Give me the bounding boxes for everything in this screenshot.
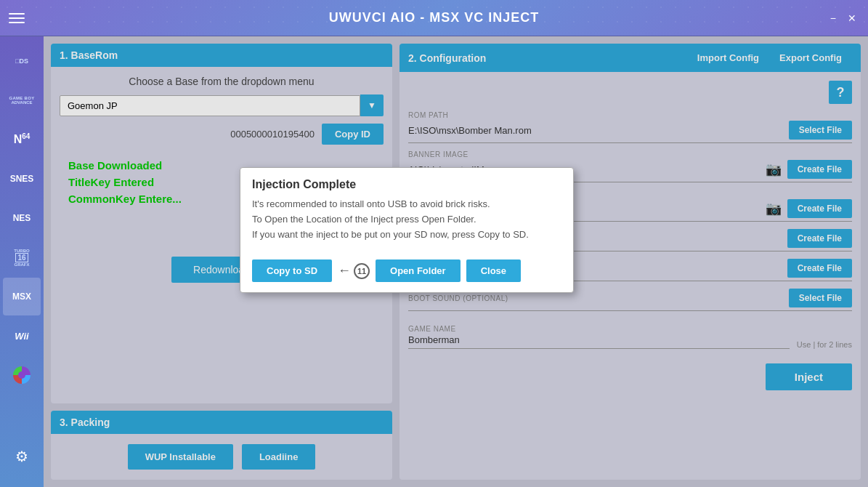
sidebar-item-wii[interactable]: Wii [3, 317, 41, 355]
banner-create-file-button[interactable]: Create File [787, 160, 852, 179]
ds-logo: □DS [15, 58, 28, 65]
sidebar-item-gc[interactable] [3, 356, 41, 394]
game-name-left: GAME NAME [408, 321, 790, 349]
base-dropdown-row: Goemon JP ▼ [60, 94, 384, 116]
sidebar-item-msx[interactable]: MSX [3, 278, 41, 315]
close-button[interactable]: ✕ [845, 11, 859, 25]
export-config-button[interactable]: Export Config [769, 49, 852, 66]
rom-path-label: ROM PATH [408, 111, 852, 119]
app-title: UWUVCI AIO - MSX VC INJECT [329, 10, 539, 25]
loadiine-button[interactable]: Loadiine [242, 444, 315, 470]
modal-line-2: To Open the Location of the Inject press… [252, 212, 561, 228]
content-area: 1. BaseRom Choose a Base from the dropdo… [44, 36, 868, 487]
game-name-row [408, 334, 790, 349]
base-rom-title: 1. BaseRom [60, 49, 118, 61]
hamburger-line-2 [9, 17, 25, 19]
common-key-status: CommonKey Entere... [68, 193, 182, 205]
base-dropdown[interactable]: Goemon JP [60, 95, 360, 116]
sidebar-item-gba[interactable]: GAME BOY ADVANCE [3, 81, 41, 119]
rom-path-row: Select File [408, 121, 852, 143]
id-row: 0005000010195400 Copy ID [60, 124, 384, 145]
rom-path-input[interactable] [408, 125, 783, 136]
sidebar-item-snes[interactable]: SNES [3, 160, 41, 198]
sidebar-item-tg16[interactable]: TURBO 16 GRAFX [3, 238, 41, 276]
game-name-section: GAME NAME Use | for 2 lines [408, 321, 852, 349]
hamburger-line-1 [9, 13, 25, 15]
msx-label: MSX [12, 291, 31, 302]
icon-create-file-button[interactable]: Create File [787, 199, 852, 218]
config-header-buttons: Import Config Export Config [687, 49, 852, 66]
main-layout: □DS GAME BOY ADVANCE N64 SNES NES TURBO … [0, 36, 868, 487]
arrow-left-icon: ← [338, 263, 351, 278]
packing-buttons: WUP Installable Loadiine [51, 434, 392, 480]
rom-path-group: ROM PATH Select File [408, 111, 852, 143]
boot-sound-select-button[interactable]: Select File [789, 289, 852, 307]
gamepad-create-file-button[interactable]: Create File [787, 229, 852, 248]
arrow-annotation: ← 11 [338, 263, 370, 279]
wup-installable-button[interactable]: WUP Installable [128, 444, 233, 470]
logo-create-file-button[interactable]: Create File [787, 259, 852, 278]
gear-icon: ⚙ [15, 448, 28, 465]
modal-footer: Copy to SD ← 11 Open Folder Close [240, 252, 573, 292]
id-value: 0005000010195400 [230, 129, 315, 140]
sidebar-item-ds[interactable]: □DS [3, 42, 41, 80]
nes-label: NES [13, 213, 31, 223]
select-file-button[interactable]: Select File [789, 121, 852, 140]
dropdown-arrow-btn[interactable]: ▼ [360, 94, 384, 116]
inject-button[interactable]: Inject [766, 363, 852, 390]
open-folder-button[interactable]: Open Folder [376, 259, 461, 282]
banner-camera-icon[interactable]: 📷 [766, 161, 782, 177]
packing-panel: 3. Packing WUP Installable Loadiine [51, 411, 392, 480]
game-name-input[interactable] [408, 334, 790, 345]
help-button[interactable]: ? [829, 81, 852, 104]
base-rom-header: 1. BaseRom [51, 44, 392, 67]
packing-title: 3. Packing [60, 416, 110, 428]
base-downloaded-status: Base Downloaded [68, 159, 162, 172]
annotation-circle: 11 [354, 263, 370, 279]
title-bar: UWUVCI AIO - MSX VC INJECT − ✕ [0, 0, 868, 36]
hamburger-line-3 [9, 22, 25, 23]
hamburger-menu[interactable] [9, 13, 25, 23]
gc-icon [13, 366, 31, 384]
packing-header: 3. Packing [51, 411, 392, 434]
sidebar: □DS GAME BOY ADVANCE N64 SNES NES TURBO … [0, 36, 44, 487]
icon-camera-icon[interactable]: 📷 [766, 201, 782, 217]
copy-id-button[interactable]: Copy ID [322, 124, 384, 145]
inject-row: Inject [408, 356, 852, 390]
sidebar-item-settings[interactable]: ⚙ [3, 438, 41, 475]
snes-label: SNES [10, 174, 34, 184]
modal-line-1: It's recommended to install onto USB to … [252, 197, 561, 212]
boot-sound-label: BOOT SOUND (OPTIONAL) [408, 294, 783, 302]
sidebar-item-nes[interactable]: NES [3, 199, 41, 237]
wii-label: Wii [15, 331, 28, 342]
tg16-label: TURBO 16 GRAFX [14, 249, 29, 267]
modal-title: Injection Complete [240, 168, 573, 197]
import-config-button[interactable]: Import Config [687, 49, 769, 66]
n64-label: N64 [14, 132, 31, 146]
gba-label: GAME BOY ADVANCE [9, 96, 34, 105]
modal-body: It's recommended to install onto USB to … [240, 197, 573, 252]
banner-image-label: BANNER IMAGE [408, 150, 852, 158]
sidebar-item-n64[interactable]: N64 [3, 121, 41, 158]
title-key-status: TitleKey Entered [68, 176, 154, 188]
config-title: 2. Configuration [408, 52, 486, 64]
game-name-label: GAME NAME [408, 325, 456, 333]
copy-to-sd-button[interactable]: Copy to SD [252, 259, 332, 282]
modal-line-3: If you want the inject to be put on your… [252, 228, 561, 243]
close-dialog-button[interactable]: Close [466, 259, 521, 282]
window-controls: − ✕ [827, 11, 859, 25]
minimize-button[interactable]: − [827, 11, 839, 25]
injection-complete-dialog: Injection Complete It's recommended to i… [240, 167, 574, 293]
choose-base-text: Choose a Base from the dropdown menu [60, 76, 384, 87]
config-header: 2. Configuration Import Config Export Co… [399, 44, 861, 72]
game-name-hint: Use | for 2 lines [797, 340, 852, 349]
